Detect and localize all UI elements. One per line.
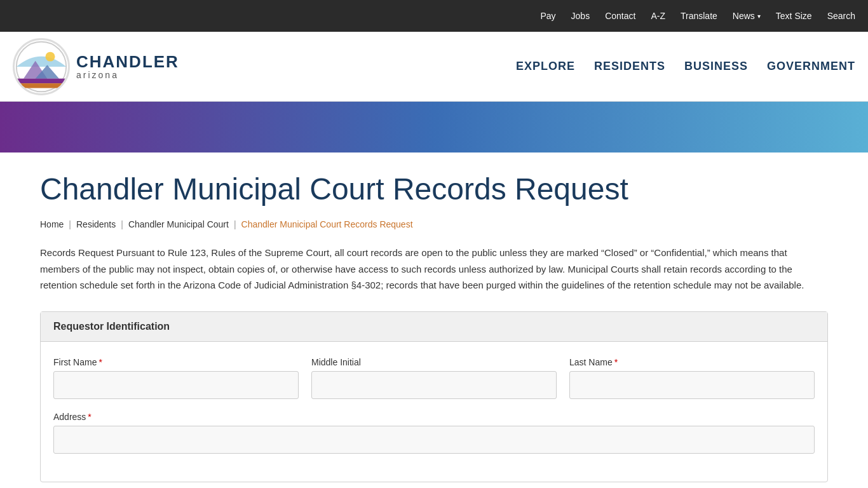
- svg-rect-4: [17, 78, 66, 83]
- first-name-input[interactable]: [53, 371, 299, 399]
- first-name-field: First Name*: [53, 357, 299, 399]
- page-content: Chandler Municipal Court Records Request…: [15, 152, 853, 488]
- az-link[interactable]: A-Z: [651, 11, 665, 21]
- logo-circle: [13, 38, 70, 95]
- pay-link[interactable]: Pay: [540, 11, 555, 21]
- breadcrumb-sep-3: |: [234, 219, 236, 229]
- last-name-field: Last Name*: [569, 357, 815, 399]
- name-row: First Name* Middle Initial Last Name*: [53, 357, 815, 399]
- address-row: Address*: [53, 412, 815, 454]
- logo-text: CHANDLER arizona: [76, 53, 179, 80]
- text-size-link[interactable]: Text Size: [776, 11, 812, 21]
- nav-explore[interactable]: EXPLORE: [516, 60, 575, 73]
- svg-rect-5: [17, 83, 66, 88]
- hero-banner: [0, 102, 868, 152]
- logo-chandler-text: CHANDLER: [76, 53, 179, 70]
- main-nav-links: EXPLORE RESIDENTS BUSINESS GOVERNMENT: [516, 60, 855, 73]
- address-field: Address*: [53, 412, 815, 454]
- middle-initial-field: Middle Initial: [311, 357, 557, 399]
- utility-bar: Pay Jobs Contact A-Z Translate News ▾ Te…: [0, 0, 868, 32]
- logo-arizona-text: arizona: [76, 70, 179, 80]
- page-description: Records Request Pursuant to Rule 123, Ru…: [40, 245, 828, 294]
- address-input[interactable]: [53, 426, 815, 454]
- breadcrumb-home[interactable]: Home: [40, 219, 64, 229]
- search-link[interactable]: Search: [827, 11, 855, 21]
- address-label: Address*: [53, 412, 815, 422]
- jobs-link[interactable]: Jobs: [571, 11, 590, 21]
- breadcrumb-court[interactable]: Chandler Municipal Court: [128, 219, 229, 229]
- last-name-label: Last Name*: [569, 357, 815, 367]
- main-nav: CHANDLER arizona EXPLORE RESIDENTS BUSIN…: [0, 32, 868, 102]
- address-required: *: [88, 412, 91, 422]
- section-body-requestor: First Name* Middle Initial Last Name*: [41, 342, 827, 482]
- contact-link[interactable]: Contact: [605, 11, 635, 21]
- news-chevron-icon: ▾: [757, 13, 761, 20]
- news-link[interactable]: News ▾: [733, 11, 761, 21]
- logo-image: [15, 40, 68, 93]
- middle-initial-input[interactable]: [311, 371, 557, 399]
- first-name-label: First Name*: [53, 357, 299, 367]
- nav-residents[interactable]: RESIDENTS: [594, 60, 665, 73]
- breadcrumb-current: Chandler Municipal Court Records Request: [241, 219, 413, 229]
- page-title: Chandler Municipal Court Records Request: [40, 172, 828, 207]
- svg-point-3: [46, 51, 55, 61]
- last-name-required: *: [614, 357, 618, 367]
- logo-container: CHANDLER arizona: [13, 38, 516, 95]
- breadcrumb-residents[interactable]: Residents: [76, 219, 116, 229]
- form-section-requestor: Requestor Identification First Name* Mid…: [40, 311, 828, 482]
- section-header-requestor: Requestor Identification: [41, 312, 827, 342]
- last-name-input[interactable]: [569, 371, 815, 399]
- nav-government[interactable]: GOVERNMENT: [767, 60, 855, 73]
- nav-business[interactable]: BUSINESS: [684, 60, 748, 73]
- first-name-required: *: [98, 357, 102, 367]
- breadcrumb-sep-1: |: [69, 219, 71, 229]
- breadcrumb: Home | Residents | Chandler Municipal Co…: [40, 219, 828, 229]
- breadcrumb-sep-2: |: [121, 219, 123, 229]
- middle-initial-label: Middle Initial: [311, 357, 557, 367]
- translate-link[interactable]: Translate: [681, 11, 717, 21]
